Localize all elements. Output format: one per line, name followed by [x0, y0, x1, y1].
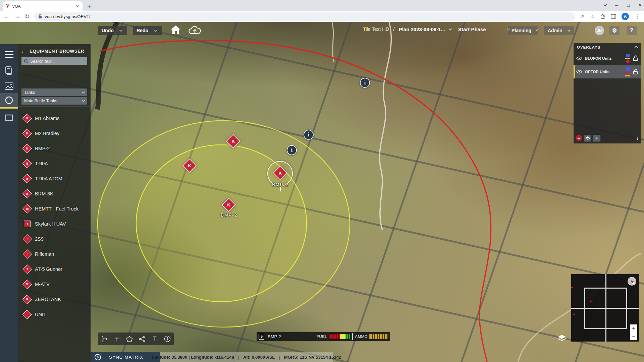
move-down-icon[interactable]: ↓: [636, 135, 639, 141]
unlock-icon[interactable]: [633, 69, 638, 75]
minimap-viewport-rect[interactable]: [584, 288, 627, 329]
remove-overlay-button[interactable]: −: [576, 135, 582, 141]
redo-button[interactable]: Redo: [133, 26, 162, 35]
chevron-down-icon[interactable]: [449, 27, 452, 31]
active-underline: [625, 58, 630, 59]
eye-icon[interactable]: [576, 56, 582, 60]
address-field[interactable]: voa-dev.ttysg.us/OEVT/: [34, 12, 575, 21]
help-button[interactable]: ?: [627, 26, 637, 35]
unlock-icon[interactable]: [633, 55, 638, 61]
user-menu[interactable]: JD: [595, 26, 604, 35]
equipment-list-item[interactable]: ⇑ AT-5 Gunner: [18, 261, 91, 277]
tab-close-icon[interactable]: ✕: [76, 4, 79, 9]
question-mark-icon: ?: [630, 27, 633, 34]
equipment-list-item[interactable]: III T-90A: [18, 156, 91, 171]
add-tool-button[interactable]: +: [112, 334, 121, 344]
equipment-label: M2 Bradley: [35, 131, 59, 136]
equipment-list-item[interactable]: K M2 Bradley: [18, 126, 91, 141]
main-menu-button[interactable]: [0, 47, 18, 62]
scenario-name[interactable]: Tile Test HD: [363, 26, 389, 32]
voa-favicon-icon: V: [6, 4, 9, 9]
info-marker[interactable]: i: [304, 130, 314, 140]
home-button[interactable]: [170, 25, 181, 36]
equipment-list-item[interactable]: III ZEROTANK: [18, 292, 91, 307]
text-tool-button[interactable]: T: [150, 334, 159, 344]
settings-button[interactable]: ⚙: [609, 26, 620, 35]
back-icon[interactable]: ←: [4, 13, 10, 20]
plan-name[interactable]: Plan 2023-03-08-1...: [399, 26, 445, 32]
equipment-search[interactable]: [21, 57, 87, 65]
user-avatar[interactable]: JD: [595, 26, 604, 35]
hamburger-icon: [5, 51, 13, 58]
add-overlay-button[interactable]: +: [593, 135, 600, 141]
map-layers-button[interactable]: [557, 335, 566, 343]
minimize-button[interactable]: ─: [615, 3, 618, 8]
phase-select[interactable]: Start Phase: [458, 26, 486, 32]
nav-scenarios-button[interactable]: [0, 63, 18, 78]
overlays-header[interactable]: OVERLAYS: [574, 43, 641, 52]
equipment-list-item[interactable]: III BRM-3K: [18, 186, 91, 201]
close-button[interactable]: ✕: [638, 3, 642, 8]
info-marker[interactable]: i: [360, 78, 370, 88]
nav-planning-button[interactable]: [0, 93, 18, 109]
equipment-list-item[interactable]: ∨ Skylark II UAV: [18, 216, 91, 231]
side-panel-icon[interactable]: [611, 14, 616, 19]
info-tool-button[interactable]: [163, 334, 172, 344]
browser-tab[interactable]: V VOA ✕: [3, 1, 83, 11]
share-tool-button[interactable]: [138, 334, 147, 344]
nav-rectangle-button[interactable]: [0, 110, 18, 125]
maximize-button[interactable]: □: [627, 3, 630, 8]
reload-icon[interactable]: ↻: [25, 13, 30, 20]
search-input[interactable]: [30, 59, 80, 64]
share-icon[interactable]: ↗: [580, 13, 584, 20]
equipment-list-item[interactable]: ▭ HEMTT - Fuel Truck: [18, 201, 91, 216]
eye-icon[interactable]: [576, 70, 582, 74]
equipment-label: ZEROTANK: [35, 297, 61, 302]
layer-options-button[interactable]: [584, 135, 591, 141]
equipment-symbol-icon: ↑: [23, 235, 32, 243]
equipment-label: Rifleman: [35, 251, 54, 257]
equipment-list-item[interactable]: ↑ Rifleman: [18, 246, 91, 261]
axis-tool-button[interactable]: [100, 334, 109, 344]
overlay-row[interactable]: BLUFOR Units: [574, 52, 641, 65]
equipment-list-item[interactable]: III T-90A ATGM: [18, 171, 91, 186]
tab-title: VOA: [12, 4, 73, 9]
circle-tool-icon: [5, 96, 13, 105]
nav-imagery-button[interactable]: [0, 78, 18, 94]
zoom-out-button[interactable]: −: [632, 334, 635, 339]
blufor-square-icon: [626, 54, 630, 57]
faction-color-indicator[interactable]: [625, 67, 630, 76]
info-marker[interactable]: i: [287, 145, 297, 155]
faction-color-indicator[interactable]: [625, 54, 630, 63]
kebab-menu-icon[interactable]: ⋮: [634, 13, 640, 20]
undo-button[interactable]: Undo: [98, 26, 127, 35]
sync-matrix-button[interactable]: ↻ SYNC MATRIX: [91, 352, 160, 362]
equipment-list-item[interactable]: III M1 Abrams: [18, 111, 91, 126]
browser-profile-avatar[interactable]: A: [622, 13, 629, 20]
category-select[interactable]: Tanks: [21, 88, 87, 96]
window-menu-chevron-icon[interactable]: [604, 3, 607, 6]
minimap[interactable]: + −: [571, 274, 639, 342]
compass-button[interactable]: [628, 277, 636, 286]
cloud-upload-button[interactable]: [188, 25, 202, 36]
documents-icon: [5, 66, 13, 75]
zoom-in-button[interactable]: +: [632, 325, 635, 331]
bookmark-star-icon[interactable]: ☆: [590, 13, 595, 20]
forward-icon[interactable]: →: [14, 13, 20, 20]
equipment-list-item[interactable]: UNIT: [18, 307, 91, 322]
selected-unit-bar: BMP-2 FUEL AMMO: [257, 332, 390, 341]
plan-breadcrumb: Tile Test HD / Plan 2023-03-08-1... Star…: [363, 26, 510, 32]
equipment-list-item[interactable]: ↑ 2S9: [18, 231, 91, 246]
equipment-list-item[interactable]: K BMP-2: [18, 141, 91, 156]
river: [380, 22, 391, 230]
share-network-icon: [139, 336, 146, 342]
equipment-list-item[interactable]: X M-ATV: [18, 277, 91, 292]
expand-unit-panel-button[interactable]: [259, 334, 264, 340]
role-select[interactable]: Admin: [544, 26, 574, 35]
overlay-row[interactable]: OPFOR Units: [574, 65, 641, 78]
new-tab-button[interactable]: +: [87, 3, 91, 10]
subcategory-select[interactable]: Main Battle Tanks: [21, 97, 87, 105]
mode-select[interactable]: Planning: [508, 26, 538, 35]
polygon-tool-button[interactable]: [125, 334, 134, 344]
extensions-icon[interactable]: [600, 14, 605, 19]
